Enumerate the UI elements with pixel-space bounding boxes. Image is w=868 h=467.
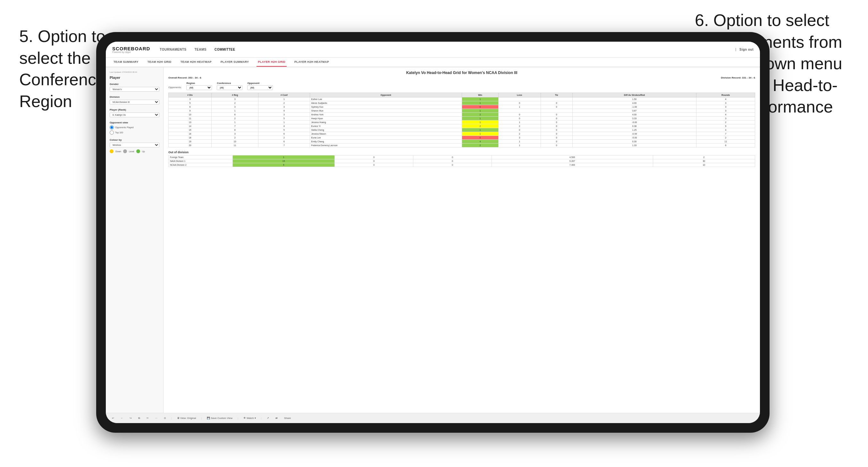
table-row: 5: [258, 128, 310, 132]
division-label: Division: [110, 95, 159, 98]
table-row: 0: [413, 163, 492, 167]
table-row: 4: [696, 113, 755, 117]
table-row: Stella Cheng: [310, 128, 462, 132]
table-row: 0: [540, 121, 572, 124]
division-record: Division Record: 331 - 34 - 6: [721, 76, 755, 79]
table-row: 4: [258, 124, 310, 128]
colour-up: [136, 149, 140, 153]
nav-committee[interactable]: COMMITTEE: [215, 48, 235, 51]
table-row: 0: [462, 105, 498, 109]
col-rounds: Rounds: [696, 93, 755, 97]
table-row: 1: [462, 128, 498, 132]
table-row: 15: [233, 159, 335, 163]
table-row: 5: [233, 163, 335, 167]
table-row: 2: [212, 117, 258, 121]
toolbar-dot[interactable]: ···: [154, 416, 159, 420]
toolbar-cut[interactable]: ✂: [145, 416, 150, 420]
radio-opponents-played[interactable]: Opponents Played: [110, 125, 159, 129]
colour-level: [123, 149, 127, 153]
logo-main: SCOREBOARD: [112, 46, 150, 51]
table-row: 0: [335, 155, 413, 159]
toolbar-undo[interactable]: ↩: [111, 416, 116, 420]
table-row: 0.30: [572, 140, 696, 144]
table-row: 7.400: [492, 163, 653, 167]
toolbar-redo[interactable]: ↪: [128, 416, 133, 420]
toolbar-refresh[interactable]: ⊙: [162, 416, 167, 420]
grid-content: Katelyn Vo Head-to-Head Grid for Women's…: [163, 67, 760, 413]
opponents-label: Opponents:: [168, 86, 182, 89]
subnav-team-summary[interactable]: TEAM SUMMARY: [112, 58, 140, 67]
filters-row: Opponents: Region (All) Conference (All): [168, 82, 755, 90]
table-row: 2: [258, 101, 310, 105]
table-row: 30: [653, 159, 755, 163]
toolbar-save-custom-view[interactable]: 💾 Save Custom View: [206, 416, 234, 420]
subnav-team-h2h-grid[interactable]: TEAM H2H GRID: [146, 58, 173, 67]
sidebar-player-section: Player Gender Women's: [110, 75, 159, 92]
division-select[interactable]: NCAA Division III: [110, 100, 159, 104]
table-row: Alexis Sudjianto: [310, 101, 462, 105]
table-row: 2: [462, 144, 498, 148]
table-row: 4: [258, 109, 310, 113]
table-row: 1: [462, 97, 498, 101]
toolbar-back[interactable]: ←: [119, 416, 124, 420]
table-row: 0: [540, 101, 572, 105]
table-row: Emily Chang: [310, 140, 462, 144]
player-rank-select[interactable]: 8. Katelyn Vo: [110, 113, 159, 117]
table-row: 6: [258, 132, 310, 136]
toolbar-export[interactable]: ↗: [266, 416, 270, 420]
table-row: 0: [540, 132, 572, 136]
table-row: Andrea York: [310, 113, 462, 117]
table-row: Euna Lee: [310, 136, 462, 140]
table-row: -3.00: [572, 121, 696, 124]
subnav-player-h2h-heatmap[interactable]: PLAYER H2H HEATMAP: [293, 58, 330, 67]
col-opponent: Opponent: [310, 93, 462, 97]
toolbar-share[interactable]: Share: [283, 416, 292, 420]
conference-select[interactable]: (All): [217, 85, 242, 90]
gender-select[interactable]: Women's: [110, 87, 159, 92]
col-win: Win: [462, 93, 498, 97]
table-row: 3: [696, 117, 755, 121]
toolbar-sep3: |: [238, 417, 238, 419]
radio-top100[interactable]: Top 100: [110, 130, 159, 135]
table-row: 9.267: [492, 159, 653, 163]
colour-up-label: Up: [142, 150, 145, 153]
table-row: 1: [212, 109, 258, 113]
table-row: 3: [212, 97, 258, 101]
table-row: Esther Lee: [310, 97, 462, 101]
toolbar-swap[interactable]: ⇄: [274, 416, 279, 420]
table-row: 4.00: [572, 101, 696, 105]
col-tie: Tie: [540, 93, 572, 97]
grid-title: Katelyn Vo Head-to-Head Grid for Women's…: [168, 70, 755, 75]
nav-teams[interactable]: TEAMS: [194, 48, 207, 51]
colour-by-select[interactable]: Win/loss: [110, 143, 159, 148]
out-of-division-table: Foreign Team 1 0 0 4.500 2 NAIA Division…: [168, 155, 755, 167]
player-rank-label: Player (Rank): [110, 108, 159, 111]
table-row: 0: [540, 113, 572, 117]
table-row: 2: [696, 121, 755, 124]
table-row: 3: [696, 109, 755, 113]
opponent-filter-title: Opponent: [247, 82, 273, 85]
region-select[interactable]: (All): [186, 85, 212, 90]
bottom-toolbar: ↩ ← ↪ ⧉ ✂ ··· ⊙ | 🖥 View: Original | 💾 S…: [106, 413, 760, 423]
table-row: 2: [258, 136, 310, 140]
sign-out-link[interactable]: Sign out: [739, 48, 753, 51]
opponent-view-radios: Opponents Played Top 100: [110, 125, 159, 135]
table-row: 1: [233, 155, 335, 159]
colour-down: [110, 149, 114, 153]
opponent-select[interactable]: (All): [247, 85, 273, 90]
toolbar-watch[interactable]: 👁 Watch ▾: [242, 416, 257, 420]
toolbar-copy[interactable]: ⧉: [137, 416, 142, 421]
toolbar-sep1: |: [171, 417, 172, 419]
subnav-player-summary[interactable]: PLAYER SUMMARY: [219, 58, 250, 67]
logo: SCOREBOARD Powered by clippd: [112, 46, 150, 53]
toolbar-view-original[interactable]: 🖥 View: Original: [176, 416, 197, 420]
table-row: -0.94: [572, 132, 696, 136]
grid-records: Overall Record: 353 - 34 - 6 Division Re…: [168, 76, 755, 79]
top-nav: SCOREBOARD Powered by clippd TOURNAMENTS…: [106, 42, 760, 58]
region-filter-title: Region: [186, 82, 212, 85]
subnav-team-h2h-heatmap[interactable]: TEAM H2H HEATMAP: [179, 58, 213, 67]
table-row: 0: [540, 144, 572, 148]
nav-tournaments[interactable]: TOURNAMENTS: [160, 48, 186, 51]
table-row: 0: [335, 159, 413, 163]
subnav-player-h2h-grid[interactable]: PLAYER H2H GRID: [256, 58, 287, 67]
